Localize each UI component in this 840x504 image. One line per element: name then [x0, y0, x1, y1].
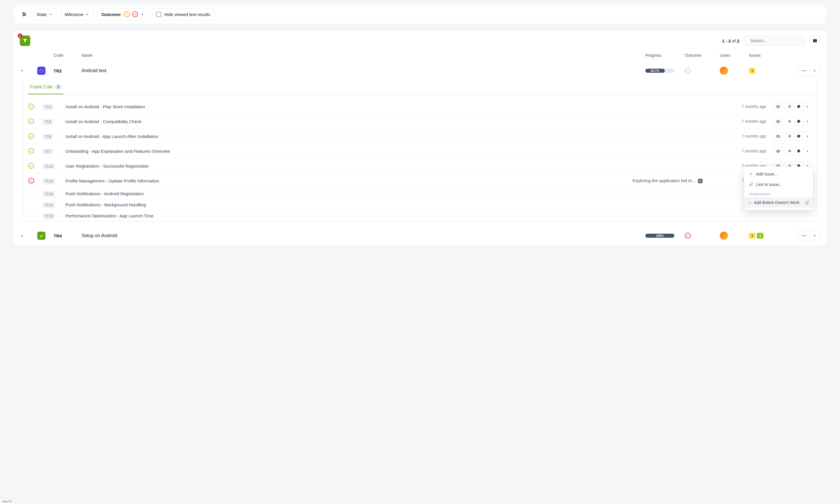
- svg-line-83: [806, 201, 808, 203]
- bug-button[interactable]: [785, 117, 794, 125]
- happy-face-icon: [28, 148, 34, 154]
- testcase-name: Performance Optimization - App Launch Ti…: [66, 213, 628, 218]
- testcase-code: TC16: [42, 178, 55, 184]
- happy-face-icon: [28, 133, 34, 139]
- svg-point-85: [688, 235, 689, 236]
- testcase-row[interactable]: TC4Install on Android - Play Store Insta…: [23, 99, 817, 114]
- view-button[interactable]: [774, 132, 782, 140]
- open-run-button[interactable]: [809, 231, 820, 241]
- progress-bar: 66.7%: [645, 69, 674, 73]
- more-menu-button[interactable]: [799, 66, 809, 76]
- svg-rect-14: [815, 39, 817, 42]
- bug-icon: [788, 105, 792, 109]
- chevron-down-icon[interactable]: [20, 68, 24, 73]
- bug-icon: [788, 134, 792, 138]
- active-filter-button[interactable]: 1: [20, 36, 30, 46]
- issues-count-badge[interactable]: 1: [749, 233, 756, 239]
- comment-icon: [797, 149, 801, 153]
- plus-icon: [749, 172, 753, 176]
- linked-issues-label: Linked issues: [744, 190, 813, 197]
- bug-button[interactable]: [785, 147, 794, 155]
- testcase-row[interactable]: TC6Install on Android - App Launch After…: [23, 129, 817, 143]
- testcase-time: 7 months ago: [731, 149, 766, 154]
- expand-preview-icon[interactable]: +: [698, 179, 703, 183]
- outcome-dropdown[interactable]: Outcome:: [97, 8, 148, 20]
- state-dropdown[interactable]: State: [32, 9, 57, 20]
- open-testcase-button[interactable]: [803, 117, 811, 125]
- svg-line-30: [790, 107, 791, 107]
- open-testcase-button[interactable]: [803, 132, 811, 140]
- more-menu-button[interactable]: [799, 231, 809, 241]
- linked-issue-item[interactable]: I2 Add Button Doesn't Work: [744, 197, 813, 208]
- linked-issue-code: I2: [748, 201, 751, 205]
- svg-line-50: [790, 137, 791, 137]
- search-input[interactable]: [750, 38, 801, 43]
- testcase-time: 7 months ago: [731, 119, 766, 124]
- svg-point-20: [805, 70, 806, 71]
- chevron-right-icon: [806, 149, 809, 153]
- hide-viewed-label: Hide viewed test results: [164, 12, 210, 17]
- external-link-icon: [805, 201, 809, 204]
- test-run-row[interactable]: TR4 Setup on Android 100% 1 1: [20, 226, 820, 245]
- svg-point-16: [687, 70, 687, 71]
- comment-button[interactable]: [794, 132, 803, 140]
- add-issue-menu-item[interactable]: Add Issue...: [744, 169, 813, 179]
- view-button[interactable]: [774, 117, 782, 125]
- testcase-code: TC6: [42, 133, 54, 140]
- testcase-row[interactable]: TC22Push Notifications - Background Hand…: [23, 199, 817, 210]
- testcase-name: Profile Management - Update Profile Info…: [66, 178, 632, 183]
- view-button[interactable]: [774, 147, 782, 155]
- run-name: Setup on Android: [82, 233, 645, 238]
- eye-icon: [776, 119, 780, 124]
- svg-point-5: [23, 15, 24, 16]
- testcase-row[interactable]: TC5Install on Android - Compatibility Ch…: [23, 114, 817, 129]
- testcase-row[interactable]: TC16Profile Management - Update Profile …: [23, 173, 817, 188]
- happy-face-icon: [28, 119, 34, 124]
- link-issue-menu-item[interactable]: Link to Issue...: [744, 179, 813, 190]
- sliders-icon[interactable]: [20, 10, 29, 19]
- outcome-label: Outcome:: [101, 12, 122, 17]
- happy-face-icon: [28, 104, 34, 109]
- search-input-wrap[interactable]: [744, 36, 805, 46]
- issues-count-badge[interactable]: 1: [749, 68, 756, 74]
- comment-button[interactable]: [794, 103, 803, 111]
- tester-tab[interactable]: Frank Cole 6: [28, 80, 64, 94]
- open-testcase-button[interactable]: [803, 147, 811, 155]
- testcase-code: TC10: [42, 163, 55, 170]
- testcase-code: TC20: [42, 191, 55, 197]
- bug-button[interactable]: [785, 132, 794, 140]
- svg-point-15: [40, 69, 43, 72]
- open-run-button[interactable]: [809, 66, 820, 76]
- testcase-row[interactable]: TC7Onboarding - App Explanation and Feat…: [23, 143, 817, 158]
- user-avatar[interactable]: [720, 232, 728, 240]
- user-avatar[interactable]: [720, 67, 728, 75]
- svg-point-54: [789, 150, 790, 152]
- column-layout-button[interactable]: [810, 36, 820, 46]
- testcase-name: Push Notifications - Background Handling: [66, 202, 628, 207]
- view-button[interactable]: [774, 103, 782, 111]
- svg-line-67: [788, 165, 789, 166]
- col-issues: Issues: [749, 53, 798, 58]
- col-users: Users: [720, 53, 749, 58]
- testcase-row[interactable]: TC10User Registration - Successful Regis…: [23, 158, 817, 173]
- open-testcase-button[interactable]: [803, 103, 811, 111]
- col-code: Code: [54, 53, 82, 58]
- milestone-dropdown[interactable]: Milestone: [60, 9, 93, 20]
- svg-line-49: [788, 137, 789, 137]
- hide-viewed-checkbox[interactable]: Hide viewed test results: [151, 8, 215, 20]
- test-run-row[interactable]: TR2 Android test 66.7% 1: [20, 61, 820, 80]
- bug-button[interactable]: [785, 103, 794, 111]
- main-panel: 1 1 - 2 of 2 Code Name Progress O: [14, 31, 826, 245]
- run-status-icon: [37, 67, 46, 75]
- issues-resolved-badge[interactable]: 1: [757, 233, 764, 239]
- testcase-name: Push Notifications - Android Registratio…: [66, 191, 628, 196]
- testcase-row[interactable]: TC29Performance Optimization - App Launc…: [23, 210, 817, 221]
- chevron-right-icon[interactable]: [20, 233, 24, 238]
- comment-button[interactable]: [794, 147, 803, 155]
- testcase-row[interactable]: TC20Push Notifications - Android Registr…: [23, 188, 817, 199]
- testcase-preview: Exploring the application led to... +: [632, 178, 731, 183]
- svg-point-19: [804, 70, 804, 71]
- svg-rect-13: [813, 39, 815, 42]
- testcase-name: User Registration - Successful Registrat…: [66, 164, 632, 168]
- comment-button[interactable]: [794, 117, 803, 125]
